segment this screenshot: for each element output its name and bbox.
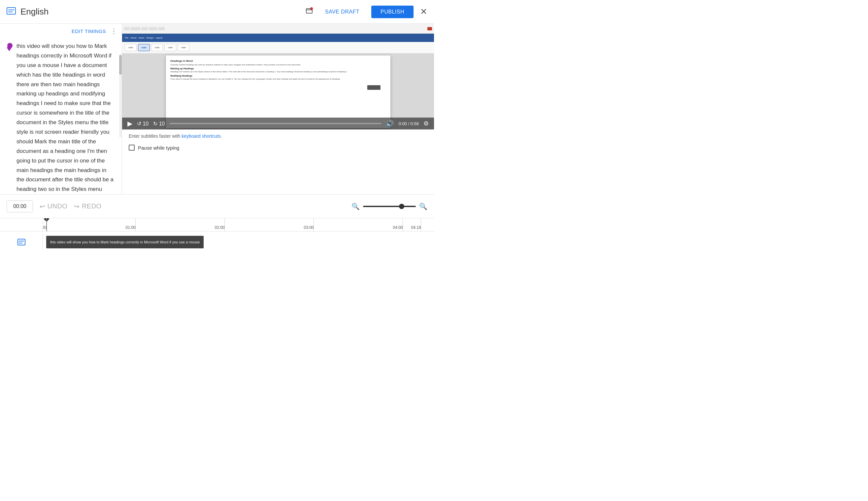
volume-button[interactable]: 🔊 [386,119,394,127]
subtitle-icon [7,7,16,17]
save-draft-button[interactable]: SAVE DRAFT [320,6,365,18]
zoom-controls: 🔍 🔍 [351,202,427,210]
ruler-marker-1: 01:00 [135,218,136,231]
scrollbar[interactable] [119,55,122,137]
left-toolbar: EDIT TIMINGS ⋮ [0,24,122,38]
video-time: 0:00 / 0:58 [399,121,419,126]
notification-icon[interactable] [305,7,313,17]
track-content: this video will show you how to Mark hea… [43,232,434,250]
zoom-slider[interactable] [363,206,416,207]
subtitle-track: this video will show you how to Mark hea… [43,232,434,250]
doc-body1: Correctly marked headings are used by as… [170,63,385,66]
ruler-marker-5: 04:19 [421,218,421,231]
timeline-ruler: 00:00 01:00 02:00 03:00 04:00 04:19 [0,218,434,232]
undo-button[interactable]: ↩ UNDO [40,202,67,210]
more-options-icon[interactable]: ⋮ [111,27,117,35]
progress-bar[interactable] [169,123,381,124]
subtitle-block[interactable]: this video will show you how to Mark hea… [46,236,204,248]
playhead-diamond [44,218,50,222]
scrollbar-thumb[interactable] [119,55,122,75]
cursor-arrow [7,47,12,51]
video-preview: File Home Insert Design Layout AaBb AaBb… [122,24,434,129]
ruler-marker-0: 00:00 [46,218,46,231]
subtitle-info-text: Enter subtitles faster with [129,134,182,139]
header-right: SAVE DRAFT PUBLISH ✕ [305,6,427,18]
svg-point-5 [310,7,313,10]
redo-label: REDO [82,202,102,210]
subtitle-track-icon[interactable] [0,232,43,250]
doc-body3: If you want to change the way a heading … [170,78,385,80]
doc-subheading1: Marking up Headings [170,67,385,70]
redo-button[interactable]: ↪ REDO [74,202,101,210]
doc-subheading2: Modifying Headings [170,75,385,77]
forward-button[interactable]: ↻ 10 [153,120,165,127]
redo-icon: ↪ [74,202,80,210]
zoom-out-icon[interactable]: 🔍 [351,202,360,210]
right-panel: File Home Insert Design Layout AaBb AaBb… [122,24,434,194]
play-button[interactable]: ▶ [128,119,132,127]
main-area: EDIT TIMINGS ⋮ this video will show you … [0,24,434,194]
timeline-section: 00:00 01:00 02:00 03:00 04:00 04:19 [0,218,434,250]
bottom-controls: 00:00 ↩ UNDO ↪ REDO 🔍 🔍 [0,194,434,218]
svg-rect-6 [18,239,25,245]
ruler-marker-4: 04:00 [403,218,403,231]
time-display: 00:00 [7,201,33,212]
header: English SAVE DRAFT PUBLISH ✕ [0,0,434,24]
ruler-marker-3: 03:00 [314,218,314,231]
transcript-area[interactable]: this video will show you how to Mark hea… [0,38,122,194]
subtitle-block-text: this video will show you how to Mark hea… [50,240,200,244]
undo-icon: ↩ [40,202,45,210]
video-controls: ▶ ↺ 10 ↻ 10 🔊 0:00 / 0:58 ⚙ [122,118,434,129]
svg-rect-0 [7,8,15,14]
zoom-in-icon[interactable]: 🔍 [419,202,427,210]
undo-label: UNDO [47,202,68,210]
doc-body2: Headings are marked up in the Styles sec… [170,70,385,73]
ruler-track: 00:00 01:00 02:00 03:00 04:00 04:19 [43,218,434,231]
doc-mock: File Home Insert Design Layout AaBb AaBb… [122,24,434,129]
video-container: File Home Insert Design Layout AaBb AaBb… [122,24,434,129]
timeline-tracks: this video will show you how to Mark hea… [0,232,434,250]
left-panel: EDIT TIMINGS ⋮ this video will show you … [0,24,122,194]
settings-icon[interactable]: ⚙ [424,120,429,127]
track-sidebar [0,232,43,250]
keyboard-shortcuts-link[interactable]: keyboard shortcuts [182,134,220,139]
subtitle-info-suffix: . [221,134,222,139]
page-title: English [21,7,48,17]
header-left: English [7,7,305,17]
ruler-sidebar [0,218,43,231]
pause-while-typing: Pause while typing [122,143,434,152]
pause-checkbox[interactable] [129,145,135,151]
zoom-slider-thumb [399,204,404,209]
rewind-button[interactable]: ↺ 10 [137,120,149,127]
publish-button[interactable]: PUBLISH [371,6,414,18]
doc-heading1: Headings in Word [170,60,385,62]
edit-timings-button[interactable]: EDIT TIMINGS [72,29,106,34]
subtitle-info: Enter subtitles faster with keyboard sho… [122,129,434,143]
pause-label: Pause while typing [138,145,179,151]
close-button[interactable]: ✕ [420,7,427,17]
transcript-text: this video will show you how to Mark hea… [17,43,113,192]
ruler-marker-2: 02:00 [224,218,225,231]
